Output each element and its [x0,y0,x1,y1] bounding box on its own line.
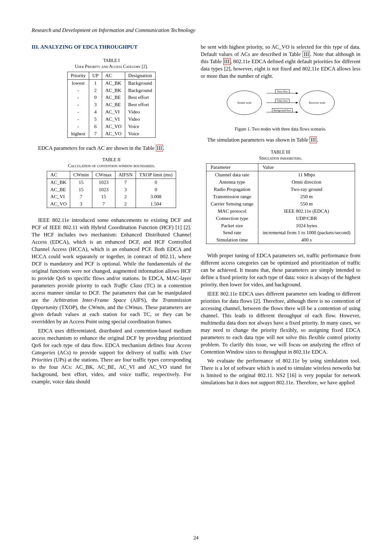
table-cell: AC_VO [102,123,125,130]
table-cell: - [67,108,89,116]
table-header: CWmin [70,171,92,179]
table-cell: Connection type [206,215,258,222]
table-cell: Antenna type [206,179,258,186]
flow-label-video: Video flow [277,100,288,102]
table1-label: TABLE I [32,58,191,64]
table-header: AC [102,72,125,79]
paragraph: be sent with highest priority, so AC_VO … [201,44,360,80]
table-cell: Transmission range [206,193,258,200]
table1-caption-post: ]. [145,64,148,69]
table-cell: 11 Mbps [258,171,355,179]
table-cell: Send rate [206,229,258,236]
table3-caption: TABLE III Simulation parameters. [201,149,360,161]
table-cell: 15 [70,179,92,186]
table-row: -3AC_BEBest effort [67,101,156,108]
table-header: Parameter [206,164,258,171]
table-header: CWmax [92,171,115,179]
citation-link[interactable]: 1 [177,224,180,230]
table-cell: 5 [89,116,102,123]
table-cell: Voice [125,130,156,137]
table-row: Carrier Sensing range550 m [206,200,355,208]
table-cell: AC_VI [102,108,125,116]
table-row: Radio PropagationTwo-ray ground [206,186,355,193]
table-header: Value [258,164,355,171]
table-cell: Packet size [206,222,258,229]
table-row: MAC protocolIEEE 802.11e (EDCA) [206,208,355,215]
table-cell: 3 [115,186,136,193]
table-cell: - [67,94,89,101]
table-row: lowest1AC_BKBackground [67,79,156,87]
table-cell: IEEE 802.11e (EDCA) [258,208,355,215]
paragraph: We evaluate the performance of 802.11e b… [201,357,360,387]
table-cell: Channel data rate [206,171,258,179]
table-header: AC [47,171,70,179]
svg-marker-3 [296,92,298,94]
page-number: 24 [0,534,392,541]
table-header: Designation [125,72,156,79]
table-cell: Background [125,79,156,87]
citation-link[interactable]: 2 [186,224,188,230]
table-cell: Simulation time [206,236,258,244]
table3-label: TABLE III [201,149,360,155]
table-cell: Omni direction [258,179,355,186]
citation-link[interactable]: 2 [143,64,145,69]
table-row: Send rateincremental from 1 to 1000 (pac… [206,229,355,236]
ref-link[interactable]: III [156,145,163,151]
table-cell: 1.504 [136,200,176,208]
table-row: Antenna typeOmni direction [206,179,355,186]
table-cell: 7 [115,179,136,186]
table-cell: 3 [70,200,92,208]
table-cell: UDP/CBR [258,215,355,222]
ref-link[interactable]: III [309,137,317,143]
right-column: be sent with highest priority, so AC_VO … [201,44,360,388]
table-cell: MAC protocol [206,208,258,215]
table-cell: 400 s [258,236,355,244]
table2: ACCWminCWmaxAIFSNTXOP limit (ms)AC_BK151… [47,171,176,208]
table-cell: AC_VO [102,130,125,137]
table-cell: - [67,123,89,130]
table-cell: AC_VI [47,193,70,200]
table1-caption: TABLE I User Priority and Access Categor… [32,58,191,70]
table-cell: 0 [136,179,176,186]
table2-caption-text: Calculation of contention window boundar… [68,163,155,168]
table-cell: 15 [70,186,92,193]
citation-link[interactable]: 2 [226,66,229,72]
table-cell: AC_BK [102,79,125,87]
table3-caption-text: Simulation parameters. [259,156,302,161]
table-row: -2AC_BKBackground [67,87,156,94]
citation-link[interactable]: 16 [289,372,295,378]
section-heading: III. ANALYZING OF EDCA THROUGHPUT [32,44,191,51]
ref-link[interactable]: III [223,58,230,65]
table-row: -4AC_VIVideo [67,108,156,116]
ref-link[interactable]: III [303,51,310,58]
sender-node-label: Sender node [237,101,251,104]
figure1: Sender node Receiver node Voice flow Vid… [201,84,360,132]
table-row: Simulation time400 s [206,236,355,244]
table-cell: 0 [89,94,102,101]
table-cell: AC_BE [47,186,70,193]
table-cell: Best effort [125,101,156,108]
table-cell: Best effort [125,94,156,101]
paragraph: With proper tuning of EDCA parameters se… [201,252,360,289]
table-cell: 7 [89,130,102,137]
table-row: AC_BK15102370 [47,179,176,186]
table-cell: 1023 [92,186,115,193]
table-row: -6AC_VOVoice [67,123,156,130]
table-row: Connection typeUDP/CBR [206,215,355,222]
table-cell: lowest [67,79,89,87]
flow-label-voice: Voice flow [277,90,288,93]
table-cell: 1023 [92,179,115,186]
table-cell: highest [67,130,89,137]
running-header: Research and Development on Information … [32,27,360,34]
table1: PriorityUPACDesignationlowest1AC_BKBackg… [67,72,156,138]
table-cell: 3 [89,101,102,108]
table-cell: 7 [70,193,92,200]
paragraph: The simulation parameters was shown in T… [201,137,360,144]
flow-label-background: Background flow [273,109,291,112]
table-row: AC_VO3721.504 [47,200,176,208]
left-column: III. ANALYZING OF EDCA THROUGHPUT TABLE … [32,44,191,388]
table-cell: 1024 bytes [258,222,355,229]
table-header: UP [89,72,102,79]
figure1-svg: Sender node Receiver node Voice flow Vid… [222,84,339,122]
table1-caption-text: User Priority and Access Category [ [75,64,143,69]
